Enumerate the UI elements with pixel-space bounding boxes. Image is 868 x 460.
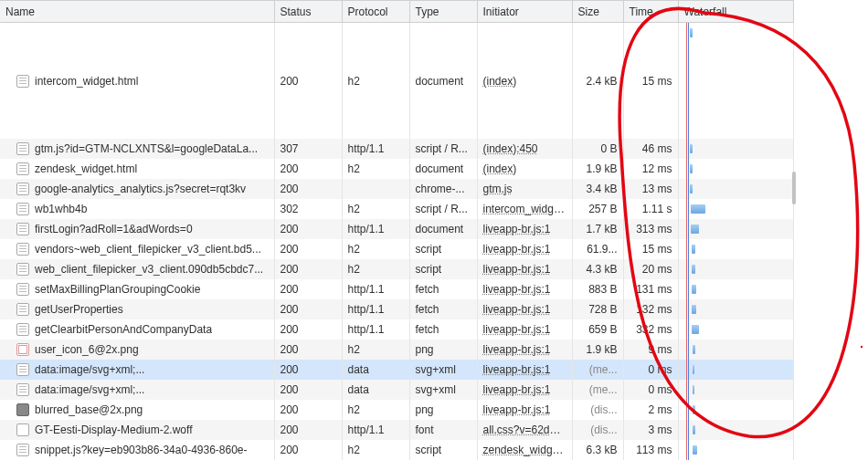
cell-name[interactable]: GT-Eesti-Display-Medium-2.woff bbox=[0, 420, 274, 440]
table-row[interactable]: snippet.js?key=eb903b86-34a0-4936-860e-2… bbox=[0, 440, 793, 460]
cell-initiator[interactable]: (index):450 bbox=[477, 139, 572, 159]
cell-name[interactable]: blurred_base@2x.png bbox=[0, 400, 274, 420]
table-row[interactable]: GT-Eesti-Display-Medium-2.woff200http/1.… bbox=[0, 420, 793, 440]
cell-name[interactable]: data:image/svg+xml;... bbox=[0, 360, 274, 380]
initiator-link[interactable]: all.css?v=62d524... bbox=[483, 423, 573, 436]
table-row[interactable]: web_client_filepicker_v3_client.090db5cb… bbox=[0, 259, 793, 279]
col-header-status[interactable]: Status bbox=[274, 1, 342, 23]
table-row[interactable]: gtm.js?id=GTM-NCLXNTS&l=googleDataLa...3… bbox=[0, 139, 793, 159]
waterfall-bar bbox=[692, 305, 696, 314]
cell-name[interactable]: zendesk_widget.html bbox=[0, 159, 274, 179]
table-row[interactable]: firstLogin?adRoll=1&adWords=0200http/1.1… bbox=[0, 219, 793, 239]
col-header-name[interactable]: Name bbox=[0, 1, 274, 23]
cell-initiator[interactable]: liveapp-br.js:1 bbox=[477, 259, 572, 279]
cell-name[interactable]: wb1whb4b bbox=[0, 199, 274, 219]
script-icon bbox=[16, 444, 29, 456]
cell-initiator[interactable]: liveapp-br.js:1 bbox=[477, 400, 572, 420]
table-row[interactable]: data:image/svg+xml;...200datasvg+xmllive… bbox=[0, 360, 793, 380]
cell-initiator[interactable]: liveapp-br.js:1 bbox=[477, 299, 572, 319]
initiator-link[interactable]: liveapp-br.js:1 bbox=[483, 403, 551, 416]
col-header-initiator[interactable]: Initiator bbox=[477, 1, 572, 23]
cell-initiator[interactable]: (index) bbox=[477, 159, 572, 179]
document-icon bbox=[16, 75, 29, 88]
cell-name[interactable]: firstLogin?adRoll=1&adWords=0 bbox=[0, 219, 274, 239]
table-row[interactable]: user_icon_6@2x.png200h2pngliveapp-br.js:… bbox=[0, 340, 793, 360]
initiator-link[interactable]: liveapp-br.js:1 bbox=[483, 363, 551, 376]
cell-size: 1.7 kB bbox=[572, 219, 623, 239]
initiator-link[interactable]: liveapp-br.js:1 bbox=[483, 323, 551, 336]
cell-initiator[interactable]: liveapp-br.js:1 bbox=[477, 239, 572, 259]
waterfall-domcontent-marker bbox=[688, 219, 689, 239]
cell-type: font bbox=[409, 420, 477, 440]
cell-initiator[interactable]: (index) bbox=[477, 23, 572, 140]
table-row[interactable]: getUserProperties200http/1.1fetchliveapp… bbox=[0, 299, 793, 319]
initiator-link[interactable]: zendesk_widget.... bbox=[483, 444, 573, 456]
cell-initiator[interactable]: liveapp-br.js:1 bbox=[477, 380, 572, 400]
table-row[interactable]: getClearbitPersonAndCompanyData200http/1… bbox=[0, 319, 793, 340]
script-icon bbox=[16, 183, 29, 195]
cell-initiator[interactable]: gtm.js bbox=[477, 179, 572, 199]
cell-protocol bbox=[342, 179, 409, 199]
cell-initiator[interactable]: liveapp-br.js:1 bbox=[477, 279, 572, 299]
initiator-link[interactable]: (index):450 bbox=[483, 142, 538, 155]
initiator-link[interactable]: gtm.js bbox=[483, 183, 513, 195]
cell-initiator[interactable]: zendesk_widget.... bbox=[477, 440, 572, 460]
col-header-time[interactable]: Time bbox=[623, 1, 678, 23]
initiator-link[interactable]: (index) bbox=[483, 162, 517, 175]
cell-name[interactable]: data:image/svg+xml;... bbox=[0, 380, 274, 400]
cell-name[interactable]: intercom_widget.html bbox=[0, 23, 274, 140]
col-header-waterfall[interactable]: Waterfall bbox=[678, 1, 793, 23]
col-header-protocol[interactable]: Protocol bbox=[342, 1, 409, 23]
scrollbar-thumb[interactable] bbox=[792, 172, 796, 204]
cell-type: document bbox=[409, 159, 477, 179]
waterfall-bar bbox=[693, 445, 697, 455]
cell-protocol: data bbox=[342, 360, 409, 380]
waterfall-domcontent-marker bbox=[688, 360, 689, 380]
waterfall-load-marker bbox=[686, 259, 687, 279]
waterfall-domcontent-marker bbox=[688, 380, 689, 400]
initiator-link[interactable]: intercom_widget.... bbox=[483, 203, 573, 215]
table-row[interactable]: google-analytics_analytics.js?secret=rqt… bbox=[0, 179, 793, 199]
cell-name[interactable]: setMaxBillingPlanGroupingCookie bbox=[0, 279, 274, 299]
initiator-link[interactable]: liveapp-br.js:1 bbox=[483, 303, 551, 316]
table-row[interactable]: wb1whb4b302h2script / R...intercom_widge… bbox=[0, 199, 793, 219]
cell-initiator[interactable]: liveapp-br.js:1 bbox=[477, 340, 572, 360]
initiator-link[interactable]: liveapp-br.js:1 bbox=[483, 263, 551, 276]
cell-name[interactable]: getClearbitPersonAndCompanyData bbox=[0, 319, 274, 340]
cell-initiator[interactable]: liveapp-br.js:1 bbox=[477, 219, 572, 239]
initiator-link[interactable]: liveapp-br.js:1 bbox=[483, 243, 551, 256]
cell-name[interactable]: snippet.js?key=eb903b86-34a0-4936-860e- bbox=[0, 440, 274, 460]
initiator-link[interactable]: liveapp-br.js:1 bbox=[483, 383, 551, 396]
table-row[interactable]: zendesk_widget.html200h2document(index)1… bbox=[0, 159, 793, 179]
cell-waterfall bbox=[678, 400, 793, 420]
cell-name[interactable]: gtm.js?id=GTM-NCLXNTS&l=googleDataLa... bbox=[0, 139, 274, 159]
script-icon bbox=[16, 283, 29, 296]
table-row[interactable]: data:image/svg+xml;...200datasvg+xmllive… bbox=[0, 380, 793, 400]
table-row[interactable]: blurred_base@2x.png200h2pngliveapp-br.js… bbox=[0, 400, 793, 420]
cell-waterfall bbox=[678, 380, 793, 400]
cell-name[interactable]: vendors~web_client_filepicker_v3_client.… bbox=[0, 239, 274, 259]
cell-waterfall bbox=[678, 239, 793, 259]
cell-name[interactable]: google-analytics_analytics.js?secret=rqt… bbox=[0, 179, 274, 199]
cell-size: 3.4 kB bbox=[572, 179, 623, 199]
cell-initiator[interactable]: intercom_widget.... bbox=[477, 199, 572, 219]
cell-initiator[interactable]: liveapp-br.js:1 bbox=[477, 360, 572, 380]
cell-status: 307 bbox=[274, 139, 342, 159]
cell-name[interactable]: user_icon_6@2x.png bbox=[0, 340, 274, 360]
col-header-size[interactable]: Size bbox=[572, 1, 623, 23]
table-row[interactable]: intercom_widget.html200h2document(index)… bbox=[0, 23, 793, 140]
initiator-link[interactable]: liveapp-br.js:1 bbox=[483, 343, 551, 356]
cell-status: 200 bbox=[274, 279, 342, 299]
cell-time: 2 ms bbox=[623, 400, 678, 420]
table-row[interactable]: vendors~web_client_filepicker_v3_client.… bbox=[0, 239, 793, 259]
cell-initiator[interactable]: all.css?v=62d524... bbox=[477, 420, 572, 440]
initiator-link[interactable]: liveapp-br.js:1 bbox=[483, 223, 551, 235]
initiator-link[interactable]: liveapp-br.js:1 bbox=[483, 283, 551, 296]
table-row[interactable]: setMaxBillingPlanGroupingCookie200http/1… bbox=[0, 279, 793, 299]
initiator-link[interactable]: (index) bbox=[483, 75, 517, 88]
cell-initiator[interactable]: liveapp-br.js:1 bbox=[477, 319, 572, 340]
cell-name[interactable]: getUserProperties bbox=[0, 299, 274, 319]
cell-name[interactable]: web_client_filepicker_v3_client.090db5cb… bbox=[0, 259, 274, 279]
col-header-type[interactable]: Type bbox=[409, 1, 477, 23]
waterfall-domcontent-marker bbox=[688, 259, 689, 279]
